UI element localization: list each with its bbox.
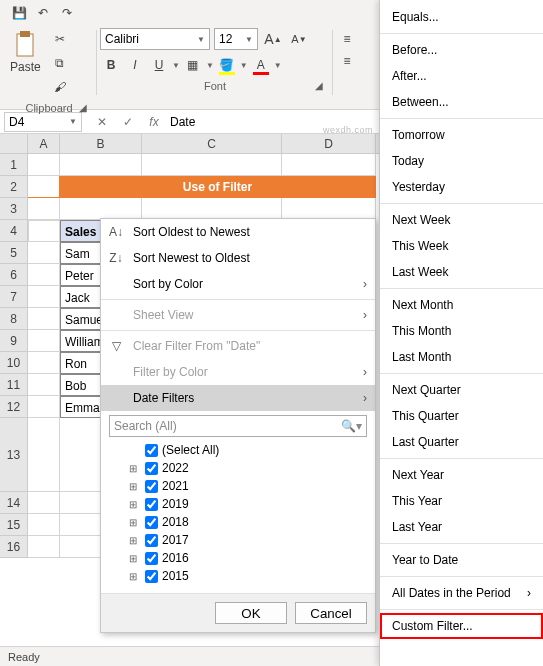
col-header-C[interactable]: C (142, 134, 282, 153)
fill-color-button[interactable]: 🪣 (216, 54, 238, 76)
chevron-down-icon[interactable]: ▼ (274, 61, 282, 70)
copy-button[interactable]: ⧉ (49, 52, 71, 74)
font-launcher-icon[interactable]: ◢ (312, 78, 326, 92)
this-year-item[interactable]: This Year (380, 488, 543, 514)
tree-item[interactable]: ⊞2021 (129, 477, 367, 495)
decrease-font-button[interactable]: A▼ (288, 28, 310, 50)
row-header[interactable]: 1 (0, 154, 28, 176)
format-painter-button[interactable]: 🖌 (49, 76, 71, 98)
row-header[interactable]: 10 (0, 352, 28, 374)
tree-item[interactable]: ⊞2019 (129, 495, 367, 513)
cell[interactable] (142, 154, 282, 176)
font-color-button[interactable]: A (250, 54, 272, 76)
cell[interactable] (28, 352, 60, 374)
expand-icon[interactable]: ⊞ (129, 499, 141, 510)
border-button[interactable]: ▦ (182, 54, 204, 76)
next-year-item[interactable]: Next Year (380, 462, 543, 488)
cancel-button[interactable]: Cancel (295, 602, 367, 624)
undo-icon[interactable]: ↶ (32, 2, 54, 24)
row-header[interactable]: 9 (0, 330, 28, 352)
row-header[interactable]: 3 (0, 198, 28, 220)
chevron-down-icon[interactable]: ▼ (240, 61, 248, 70)
checkbox[interactable] (145, 498, 158, 511)
cell[interactable] (28, 330, 60, 352)
cell[interactable] (282, 198, 376, 220)
cell[interactable] (28, 176, 60, 198)
cell[interactable] (28, 308, 60, 330)
row-header[interactable]: 15 (0, 514, 28, 536)
col-header-D[interactable]: D (282, 134, 376, 153)
align-top-button[interactable]: ≡ (336, 28, 358, 50)
all-dates-period-item[interactable]: All Dates in the Period› (380, 580, 543, 606)
cell[interactable] (28, 396, 60, 418)
cell[interactable] (28, 536, 60, 558)
equals-item[interactable]: Equals... (380, 4, 543, 30)
chevron-down-icon[interactable]: ▼ (206, 61, 214, 70)
checkbox[interactable] (145, 480, 158, 493)
year-to-date-item[interactable]: Year to Date (380, 547, 543, 573)
expand-icon[interactable]: ⊞ (129, 571, 141, 582)
save-icon[interactable]: 💾 (8, 2, 30, 24)
fx-icon[interactable]: fx (144, 115, 164, 129)
cell[interactable] (28, 418, 60, 492)
cell[interactable] (28, 242, 60, 264)
row-header[interactable]: 7 (0, 286, 28, 308)
checkbox[interactable] (145, 570, 158, 583)
tree-select-all[interactable]: (Select All) (129, 441, 367, 459)
row-header[interactable]: 14 (0, 492, 28, 514)
next-week-item[interactable]: Next Week (380, 207, 543, 233)
title-cell[interactable]: Use of Filter (60, 176, 376, 198)
font-size-select[interactable]: 12▼ (214, 28, 258, 50)
checkbox[interactable] (145, 534, 158, 547)
row-header[interactable]: 13 (0, 418, 28, 492)
expand-icon[interactable]: ⊞ (129, 481, 141, 492)
cell[interactable] (28, 514, 60, 536)
expand-icon[interactable]: ⊞ (129, 553, 141, 564)
row-header[interactable]: 16 (0, 536, 28, 558)
cell[interactable] (60, 154, 142, 176)
clipboard-launcher-icon[interactable]: ◢ (76, 100, 90, 114)
row-header[interactable]: 11 (0, 374, 28, 396)
last-week-item[interactable]: Last Week (380, 259, 543, 285)
today-item[interactable]: Today (380, 148, 543, 174)
tree-item[interactable]: ⊞2016 (129, 549, 367, 567)
expand-icon[interactable]: ⊞ (129, 517, 141, 528)
row-header[interactable]: 4 (0, 220, 28, 242)
last-year-item[interactable]: Last Year (380, 514, 543, 540)
col-header-B[interactable]: B (60, 134, 142, 153)
tomorrow-item[interactable]: Tomorrow (380, 122, 543, 148)
cell[interactable] (28, 220, 60, 242)
cut-button[interactable]: ✂ (49, 28, 71, 50)
next-quarter-item[interactable]: Next Quarter (380, 377, 543, 403)
row-header[interactable]: 2 (0, 176, 28, 198)
italic-button[interactable]: I (124, 54, 146, 76)
date-filters-item[interactable]: Date Filters› (101, 385, 375, 411)
tree-item[interactable]: ⊞2017 (129, 531, 367, 549)
this-week-item[interactable]: This Week (380, 233, 543, 259)
cell[interactable] (142, 198, 282, 220)
expand-icon[interactable]: ⊞ (129, 535, 141, 546)
paste-button[interactable]: Paste (4, 28, 47, 98)
tree-item[interactable]: ⊞2015 (129, 567, 367, 585)
cell[interactable] (28, 154, 60, 176)
sort-by-color-item[interactable]: Sort by Color› (101, 271, 375, 297)
cell[interactable] (28, 492, 60, 514)
filter-search-input[interactable]: Search (All)🔍▾ (109, 415, 367, 437)
cell[interactable] (28, 198, 60, 220)
sort-oldest-item[interactable]: A↓Sort Oldest to Newest (101, 219, 375, 245)
formula-value[interactable]: Date (170, 115, 195, 129)
chevron-down-icon[interactable]: ▼ (172, 61, 180, 70)
cell[interactable] (28, 286, 60, 308)
between-item[interactable]: Between... (380, 89, 543, 115)
row-header[interactable]: 8 (0, 308, 28, 330)
after-item[interactable]: After... (380, 63, 543, 89)
sort-newest-item[interactable]: Z↓Sort Newest to Oldest (101, 245, 375, 271)
align-left-button[interactable]: ≡ (336, 50, 358, 72)
row-header[interactable]: 5 (0, 242, 28, 264)
underline-button[interactable]: U (148, 54, 170, 76)
tree-item[interactable]: ⊞2018 (129, 513, 367, 531)
cell[interactable] (60, 198, 142, 220)
cell[interactable] (282, 154, 376, 176)
checkbox[interactable] (145, 552, 158, 565)
col-header-A[interactable]: A (28, 134, 60, 153)
